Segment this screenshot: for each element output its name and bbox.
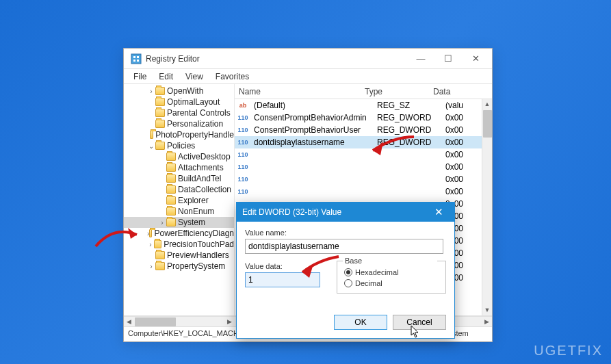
scroll-left-icon[interactable]: ◀ bbox=[124, 317, 134, 326]
dec-label: Decimal bbox=[355, 279, 382, 287]
radio-decimal[interactable]: Decimal bbox=[344, 279, 439, 287]
list-row[interactable]: ab(Default)REG_SZ(valu bbox=[235, 99, 492, 112]
radio-icon bbox=[344, 268, 352, 276]
tree-item[interactable]: NonEnum bbox=[124, 206, 234, 217]
svg-rect-2 bbox=[137, 56, 139, 58]
titlebar[interactable]: Registry Editor — ☐ ✕ bbox=[124, 49, 492, 69]
menu-view[interactable]: View bbox=[180, 70, 209, 83]
tree-item[interactable]: DataCollection bbox=[124, 184, 234, 195]
tree-pane[interactable]: ›OpenWithOptimalLayoutParental ControlsP… bbox=[124, 84, 235, 315]
tree-item[interactable]: ›PrecisionTouchPad bbox=[124, 239, 234, 250]
scroll-up-icon[interactable]: ▲ bbox=[482, 99, 492, 109]
scroll-right-icon[interactable]: ▶ bbox=[224, 317, 235, 326]
folder-icon bbox=[166, 218, 176, 226]
cancel-button[interactable]: Cancel bbox=[393, 315, 446, 330]
folder-icon bbox=[166, 174, 176, 183]
list-row[interactable]: 1100x00 bbox=[235, 148, 492, 161]
tree-item-label: PhotoPropertyHandle bbox=[155, 130, 234, 140]
scroll-right-icon[interactable]: ▶ bbox=[482, 317, 492, 326]
tree-item[interactable]: ›PropertySystem bbox=[124, 261, 234, 272]
tree-item-label: Policies bbox=[167, 141, 195, 151]
tree-item[interactable]: OptimalLayout bbox=[124, 96, 234, 107]
value-name-input[interactable] bbox=[245, 239, 443, 254]
folder-icon bbox=[155, 87, 165, 95]
expand-arrow-icon[interactable]: › bbox=[147, 263, 155, 270]
list-row[interactable]: 110ConsentPromptBehaviorUserREG_DWORD0x0… bbox=[235, 124, 492, 136]
folder-icon bbox=[166, 153, 176, 161]
tree-item[interactable]: ⌄Policies bbox=[124, 140, 234, 151]
tree-item[interactable]: PreviewHandlers bbox=[124, 250, 234, 261]
tree-item-label: NonEnum bbox=[178, 207, 214, 216]
tree-item[interactable]: BuildAndTel bbox=[124, 173, 234, 184]
value-name-cell: ConsentPromptBehaviorAdmin bbox=[250, 113, 377, 122]
hex-label: Hexadecimal bbox=[355, 268, 399, 276]
svg-rect-4 bbox=[137, 60, 139, 62]
col-header-data[interactable]: Data bbox=[433, 87, 492, 96]
value-name-cell: dontdisplaylastusername bbox=[250, 138, 377, 147]
list-row[interactable]: 110dontdisplaylastusernameREG_DWORD0x00 bbox=[235, 136, 492, 148]
menu-file[interactable]: File bbox=[128, 70, 152, 83]
folder-icon bbox=[155, 251, 165, 259]
list-row[interactable]: 110ConsentPromptBehaviorAdminREG_DWORD0x… bbox=[235, 112, 492, 124]
list-scrollbar-vertical[interactable]: ▲ ▼ bbox=[482, 99, 492, 315]
watermark: UGETFIX bbox=[534, 343, 603, 359]
list-row[interactable]: 1100x00 bbox=[235, 161, 492, 173]
tree-item-label: PowerEfficiencyDiagn bbox=[154, 229, 234, 238]
dialog-body: Value name: Value data: Base Hexadecimal… bbox=[237, 222, 454, 315]
value-type-icon: 110 bbox=[237, 162, 248, 172]
tree-item-label: PreviewHandlers bbox=[167, 250, 229, 260]
folder-icon bbox=[166, 196, 176, 205]
scroll-down-icon[interactable]: ▼ bbox=[482, 305, 492, 315]
radio-hexadecimal[interactable]: Hexadecimal bbox=[344, 268, 439, 276]
value-type-cell: REG_DWORD bbox=[377, 125, 445, 135]
maximize-button[interactable]: ☐ bbox=[434, 49, 462, 68]
tree-item[interactable]: ›OpenWith bbox=[124, 86, 234, 96]
tree-hscroll-thumb[interactable] bbox=[135, 317, 176, 326]
tree-item[interactable]: ›System bbox=[124, 217, 234, 228]
dialog-close-button[interactable]: ✕ bbox=[428, 206, 449, 218]
tree-item-label: Personalization bbox=[167, 119, 223, 129]
svg-rect-1 bbox=[133, 56, 135, 58]
folder-icon bbox=[166, 207, 176, 216]
tree-item-label: PrecisionTouchPad bbox=[164, 239, 234, 249]
folder-icon bbox=[155, 262, 165, 270]
menu-edit[interactable]: Edit bbox=[153, 70, 179, 83]
tree-item-label: DataCollection bbox=[178, 185, 231, 194]
value-type-icon: 110 bbox=[237, 187, 248, 196]
dialog-titlebar[interactable]: Edit DWORD (32-bit) Value ✕ bbox=[237, 203, 454, 222]
expand-arrow-icon[interactable]: ⌄ bbox=[147, 142, 155, 150]
menu-favorites[interactable]: Favorites bbox=[210, 70, 255, 83]
ok-button[interactable]: OK bbox=[334, 315, 387, 330]
value-data-input[interactable] bbox=[245, 272, 320, 287]
expand-arrow-icon[interactable]: › bbox=[147, 88, 155, 95]
folder-icon bbox=[155, 109, 165, 117]
value-type-cell: REG_DWORD bbox=[377, 113, 445, 122]
dialog-buttons: OK Cancel bbox=[237, 315, 454, 338]
tree-item[interactable]: Personalization bbox=[124, 118, 234, 129]
folder-icon bbox=[155, 142, 165, 150]
minimize-button[interactable]: — bbox=[407, 49, 434, 68]
tree-item[interactable]: Parental Controls bbox=[124, 107, 234, 118]
col-header-type[interactable]: Type bbox=[365, 87, 433, 96]
tree-item[interactable]: PhotoPropertyHandle bbox=[124, 129, 234, 140]
value-type-icon: 110 bbox=[237, 138, 248, 147]
tree-item[interactable]: ActiveDesktop bbox=[124, 151, 234, 162]
tree-item-label: Parental Controls bbox=[167, 108, 231, 118]
tree-scrollbar-horizontal[interactable]: ◀ ▶ bbox=[124, 316, 235, 326]
tree-item-label: PropertySystem bbox=[167, 261, 225, 271]
value-type-cell: REG_DWORD bbox=[377, 138, 445, 147]
expand-arrow-icon[interactable]: › bbox=[158, 219, 166, 226]
edit-dword-dialog: Edit DWORD (32-bit) Value ✕ Value name: … bbox=[236, 202, 455, 339]
tree-item[interactable]: Explorer bbox=[124, 195, 234, 206]
list-row[interactable]: 1100x00 bbox=[235, 185, 492, 198]
tree-item[interactable]: ›PowerEfficiencyDiagn bbox=[124, 228, 234, 239]
folder-icon bbox=[150, 131, 154, 139]
expand-arrow-icon[interactable]: › bbox=[147, 241, 154, 248]
col-header-name[interactable]: Name bbox=[235, 87, 365, 96]
list-row[interactable]: 1100x00 bbox=[235, 173, 492, 185]
tree-item[interactable]: Attachments bbox=[124, 162, 234, 173]
tree-item-label: OptimalLayout bbox=[167, 97, 220, 107]
scroll-thumb[interactable] bbox=[483, 110, 492, 138]
close-button[interactable]: ✕ bbox=[462, 49, 489, 68]
value-type-icon: 110 bbox=[237, 174, 248, 184]
